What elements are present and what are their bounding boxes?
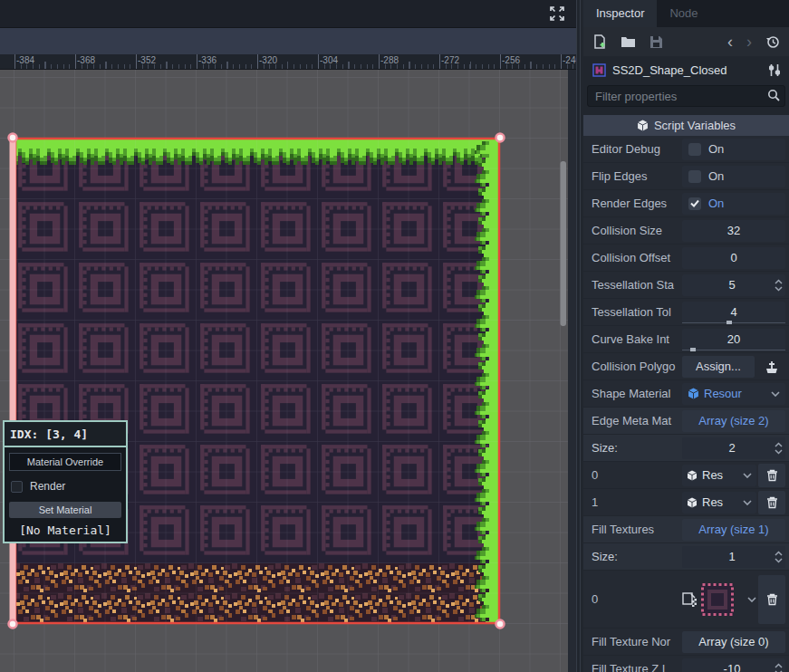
property-row-fill-textures: Fill Textures Array (size 1) bbox=[583, 516, 789, 542]
delete-array-item-button[interactable] bbox=[758, 575, 785, 624]
render-edges-checkbox[interactable]: On bbox=[682, 193, 785, 215]
checkbox-icon bbox=[688, 197, 701, 210]
property-row-curve-bake-interval: Curve Bake Int 20 bbox=[583, 326, 789, 352]
inspector-tools-icon[interactable] bbox=[769, 63, 780, 77]
checkbox-label: On bbox=[708, 197, 724, 210]
point-handle-bottom-right[interactable] bbox=[496, 620, 505, 629]
canvas-2d[interactable] bbox=[0, 70, 576, 672]
section-title: Script Variables bbox=[654, 119, 736, 132]
resource-name[interactable]: SS2D_Shape_Closed bbox=[612, 63, 763, 77]
history-forward-icon[interactable]: › bbox=[746, 34, 752, 49]
chevron-down-icon bbox=[771, 391, 780, 397]
assign-node-button[interactable]: Assign... bbox=[682, 356, 755, 378]
point-handle-top-left[interactable] bbox=[9, 134, 17, 142]
new-resource-icon[interactable] bbox=[592, 34, 607, 49]
array-size-spinbox[interactable]: 2 bbox=[682, 437, 785, 459]
object-history-icon[interactable] bbox=[765, 34, 780, 49]
property-row-collision-size: Collision Size 32 bbox=[583, 217, 789, 244]
tab-inspector[interactable]: Inspector bbox=[583, 0, 657, 27]
fill-textures-array-button[interactable]: Array (size 1) bbox=[682, 519, 785, 541]
property-label: Shape Material bbox=[592, 387, 682, 400]
material-override-button[interactable]: Material Override bbox=[9, 453, 121, 471]
trash-icon bbox=[766, 469, 778, 482]
ruler-label: -288 bbox=[380, 55, 399, 65]
array-size-spinbox[interactable]: 1 bbox=[682, 546, 785, 568]
array-item-index: 0 bbox=[592, 592, 682, 606]
delete-array-item-button[interactable] bbox=[758, 464, 785, 487]
filter-properties-input[interactable] bbox=[587, 85, 785, 107]
fill-texture-z-index-spinbox[interactable]: -10 bbox=[682, 658, 785, 672]
chevron-down-icon bbox=[743, 500, 752, 505]
field-value: 1 bbox=[682, 550, 775, 563]
point-handle-top-right[interactable] bbox=[496, 134, 505, 142]
viewport-vertical-scrollbar[interactable] bbox=[561, 161, 567, 326]
editor-debug-checkbox[interactable]: On bbox=[682, 139, 785, 160]
history-back-icon[interactable]: ‹ bbox=[727, 34, 733, 49]
array-item-resource-picker[interactable]: Res bbox=[682, 465, 756, 486]
point-handle-bottom-left[interactable] bbox=[9, 620, 17, 629]
size-label: Size: bbox=[592, 441, 682, 455]
array-item-row-1: 1 Res bbox=[583, 489, 789, 515]
resource-cube-icon bbox=[688, 388, 699, 399]
save-resource-icon[interactable] bbox=[649, 35, 663, 49]
expand-fullscreen-icon[interactable] bbox=[549, 5, 565, 22]
fill-texture-thumbnail[interactable] bbox=[701, 583, 734, 616]
property-row-collision-offset: Collision Offset 0 bbox=[583, 245, 789, 271]
property-label: Collision Size bbox=[592, 224, 682, 237]
edge-meta-materials-array-button[interactable]: Array (size 2) bbox=[682, 410, 785, 432]
load-resource-folder-icon[interactable] bbox=[621, 35, 636, 48]
property-label: Tessellation Sta bbox=[592, 278, 682, 292]
tessellation-stages-spinbox[interactable]: 5 bbox=[682, 274, 785, 296]
edge-highlight-left[interactable] bbox=[10, 138, 16, 625]
field-value: 5 bbox=[682, 278, 775, 292]
resource-label: Resour bbox=[704, 387, 742, 400]
slider-grabber[interactable] bbox=[726, 321, 732, 324]
curve-bake-interval-slider[interactable]: 20 bbox=[682, 329, 785, 350]
field-value: 2 bbox=[682, 441, 775, 455]
trash-icon bbox=[766, 593, 778, 606]
edited-resource-row: SS2D_Shape_Closed bbox=[583, 56, 789, 83]
checkbox-icon bbox=[688, 143, 701, 156]
property-label: Edge Meta Mat bbox=[592, 414, 682, 427]
resource-label: Res bbox=[702, 495, 738, 509]
property-row-fill-texture-z-index: Fill Texture Z I -10 bbox=[583, 656, 789, 672]
field-value: 0 bbox=[682, 251, 785, 264]
array-item-resource-picker[interactable]: Res bbox=[682, 492, 756, 514]
set-material-button[interactable]: Set Material bbox=[9, 502, 121, 518]
field-value: 4 bbox=[682, 305, 785, 319]
array-size-row: Size: 1 bbox=[583, 543, 789, 570]
resource-label: Res bbox=[702, 468, 738, 482]
clear-node-icon[interactable] bbox=[764, 360, 780, 374]
tessellation-tolerance-slider[interactable]: 4 bbox=[682, 302, 785, 323]
collision-size-field[interactable]: 32 bbox=[682, 220, 785, 242]
fill-texture-normals-array-button[interactable]: Array (size 0) bbox=[682, 631, 785, 653]
delete-array-item-button[interactable] bbox=[758, 491, 785, 514]
array-size-label: Array (size 0) bbox=[698, 635, 768, 648]
render-checkbox[interactable] bbox=[11, 481, 23, 493]
property-label: Editor Debug bbox=[592, 142, 682, 156]
property-row-collision-polygon: Collision Polygo Assign... bbox=[583, 353, 789, 379]
ruler-label: -320 bbox=[259, 55, 277, 65]
spinner-icon[interactable] bbox=[775, 663, 783, 672]
chevron-down-icon bbox=[743, 473, 752, 478]
spinner-icon[interactable] bbox=[775, 442, 783, 455]
chevron-down-icon[interactable] bbox=[747, 597, 756, 602]
collision-offset-field[interactable]: 0 bbox=[682, 247, 785, 269]
spinner-icon[interactable] bbox=[775, 279, 783, 292]
no-material-label: [No Material] bbox=[5, 518, 126, 542]
slider-grabber[interactable] bbox=[690, 348, 696, 351]
point-index-label: IDX: [3, 4] bbox=[5, 422, 126, 447]
spinner-icon[interactable] bbox=[775, 551, 783, 563]
script-variables-icon bbox=[637, 120, 649, 131]
section-script-variables[interactable]: Script Variables bbox=[583, 115, 789, 136]
property-label: Render Edges bbox=[592, 197, 682, 210]
tab-node[interactable]: Node bbox=[657, 0, 710, 27]
dock-splitter[interactable] bbox=[576, 0, 583, 672]
edit-image-icon[interactable] bbox=[682, 592, 697, 607]
flip-edges-checkbox[interactable]: On bbox=[682, 166, 785, 187]
resource-cube-icon bbox=[687, 470, 698, 481]
edge-point-popup: IDX: [3, 4] Material Override Render Set… bbox=[3, 420, 128, 543]
property-row-edge-meta-materials: Edge Meta Mat Array (size 2) bbox=[583, 408, 789, 434]
shape-material-resource-picker[interactable]: Resour bbox=[682, 383, 785, 405]
render-checkbox-label: Render bbox=[30, 480, 65, 493]
